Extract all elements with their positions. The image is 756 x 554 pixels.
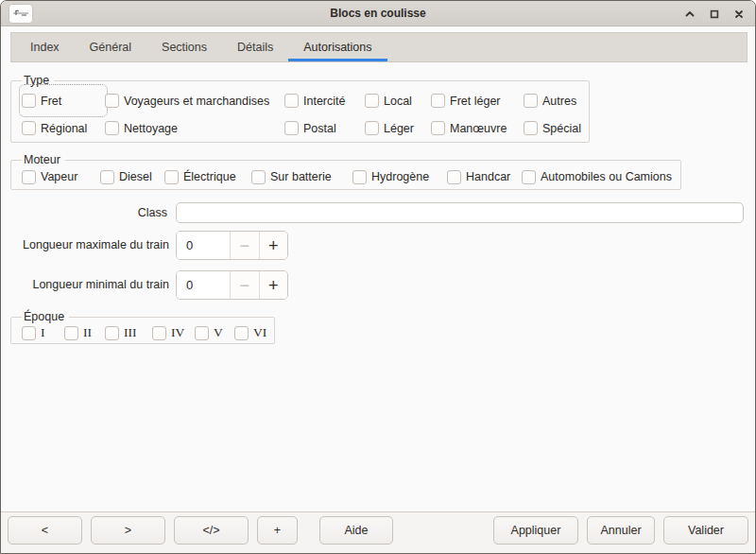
checkbox[interactable] — [22, 121, 36, 135]
checkbox[interactable] — [105, 94, 119, 108]
checkbox[interactable] — [284, 94, 299, 108]
action-button[interactable]: Annuler — [587, 516, 655, 545]
checkbox-item[interactable]: Automobiles ou Camions — [522, 166, 672, 187]
tab-label: Détails — [237, 41, 273, 54]
tab[interactable]: Index — [15, 33, 75, 61]
checkbox[interactable] — [105, 326, 119, 340]
tab[interactable]: Sections — [146, 33, 222, 61]
checkbox-label: IV — [171, 325, 184, 340]
nav-button[interactable]: </> — [174, 516, 249, 545]
checkbox-label: Diesel — [119, 170, 152, 183]
checkbox[interactable] — [22, 170, 36, 184]
max-length-decrement-button[interactable]: − — [230, 232, 259, 259]
checkbox[interactable] — [365, 94, 379, 108]
checkbox-item[interactable]: Manœuvre — [431, 114, 524, 142]
checkbox-label: Nettoyage — [124, 122, 178, 135]
checkbox[interactable] — [152, 326, 166, 340]
nav-button-label: </> — [202, 524, 219, 537]
checkbox-label: Handcar — [466, 170, 510, 183]
checkbox-item[interactable]: Local — [365, 87, 431, 114]
checkbox-item[interactable]: Voyageurs et marchandises — [105, 87, 284, 114]
checkbox-item[interactable]: IV — [152, 323, 195, 342]
checkbox[interactable] — [284, 121, 299, 135]
nav-button-label: > — [125, 524, 131, 537]
min-length-decrement-button[interactable]: − — [230, 271, 259, 299]
minus-icon: − — [239, 277, 249, 294]
titlebar: Blocs en coulisse — [1, 1, 755, 26]
plus-icon: + — [268, 277, 279, 294]
checkbox-item[interactable]: Spécial — [524, 114, 581, 142]
close-button[interactable] — [731, 7, 747, 22]
nav-button-label: < — [42, 524, 48, 537]
checkbox-item[interactable]: Sur batterie — [251, 166, 352, 187]
checkbox[interactable] — [352, 170, 367, 184]
checkbox[interactable] — [195, 326, 209, 340]
min-length-increment-button[interactable]: + — [259, 271, 288, 299]
checkbox[interactable] — [522, 170, 536, 184]
checkbox-item[interactable]: Postal — [284, 114, 365, 142]
max-length-increment-button[interactable]: + — [259, 232, 288, 259]
checkbox[interactable] — [524, 121, 538, 135]
checkbox-label: Automobiles ou Camions — [541, 170, 672, 183]
checkbox-item[interactable]: Diesel — [100, 166, 164, 187]
checkbox-label: Vapeur — [41, 170, 77, 183]
checkbox-item[interactable]: Hydrogène — [352, 166, 447, 187]
checkbox-item[interactable]: II — [64, 323, 105, 342]
action-button[interactable]: Appliquer — [493, 516, 578, 545]
checkbox-item[interactable]: Fret léger — [431, 87, 524, 114]
checkbox[interactable] — [365, 121, 379, 135]
nav-button-label: + — [274, 524, 281, 537]
minimize-button[interactable] — [682, 7, 697, 22]
tab-label: Sections — [162, 41, 207, 54]
checkbox-item[interactable]: Handcar — [447, 166, 522, 187]
checkbox[interactable] — [22, 326, 36, 340]
checkbox-item[interactable]: Léger — [365, 114, 431, 142]
maximize-button[interactable] — [707, 7, 722, 22]
epoque-group: Époque I II III IV — [10, 310, 275, 344]
max-length-input[interactable] — [177, 232, 230, 259]
nav-button-label: Aide — [344, 524, 368, 537]
checkbox-item[interactable]: Fret — [22, 87, 105, 114]
checkbox[interactable] — [100, 170, 114, 184]
nav-button[interactable]: > — [91, 516, 165, 545]
checkbox[interactable] — [431, 94, 445, 108]
checkbox-item[interactable]: V — [195, 323, 234, 342]
min-length-input[interactable] — [177, 271, 230, 299]
checkbox-label: Léger — [384, 122, 414, 135]
checkbox-item[interactable]: III — [105, 323, 152, 342]
checkbox-item[interactable]: Intercité — [284, 87, 365, 114]
checkbox-item[interactable]: Autres — [524, 87, 581, 114]
nav-button[interactable]: Aide — [319, 516, 393, 545]
checkbox-item[interactable]: VI — [234, 323, 266, 342]
checkbox-item[interactable]: Électrique — [164, 166, 251, 187]
moteur-group: Moteur Vapeur Diesel Électrique — [10, 153, 681, 190]
checkbox[interactable] — [64, 326, 78, 340]
tab-bar: Index Général Sections Détails Autorisat… — [10, 32, 747, 62]
checkbox[interactable] — [164, 170, 179, 184]
checkbox[interactable] — [524, 94, 538, 108]
checkbox-item[interactable]: I — [22, 323, 64, 342]
checkbox[interactable] — [234, 326, 249, 340]
checkbox[interactable] — [251, 170, 266, 184]
tab[interactable]: Autorisations — [288, 33, 387, 61]
window: Blocs en coulisse Index — [0, 0, 756, 554]
tab-label: Index — [30, 41, 60, 54]
nav-button[interactable]: < — [8, 516, 82, 545]
checkbox-item[interactable]: Vapeur — [22, 166, 100, 187]
tab[interactable]: Général — [75, 33, 146, 61]
min-length-spinner: − + — [176, 270, 288, 300]
checkbox-item[interactable]: Régional — [22, 114, 105, 142]
checkbox[interactable] — [105, 121, 119, 135]
checkbox-item[interactable]: Nettoyage — [105, 114, 284, 142]
nav-button[interactable]: + — [257, 516, 298, 545]
checkbox-label: Sur batterie — [270, 170, 332, 183]
checkbox[interactable] — [431, 121, 445, 135]
tab[interactable]: Détails — [222, 33, 288, 61]
action-button[interactable]: Valider — [663, 516, 748, 545]
class-input[interactable] — [176, 202, 744, 223]
type-row-1: Fret Voyageurs et marchandises Intercité… — [22, 87, 581, 114]
checkbox[interactable] — [447, 170, 461, 184]
checkbox[interactable] — [22, 94, 36, 108]
min-length-label: Longueur minimal du train — [1, 270, 169, 300]
type-group-title: Type — [22, 74, 54, 87]
